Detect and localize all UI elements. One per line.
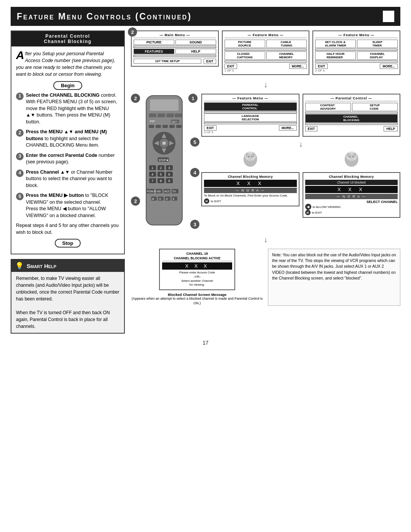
blocking-screen-2: Channel Blocking Memory Channel 19 block… bbox=[303, 172, 401, 218]
bs2-m-text: to EXIT bbox=[312, 211, 322, 214]
fm3-language: LANGUAGESELECTION bbox=[204, 113, 297, 122]
bcs-caption-sub: (Appears when an attempt to select a blo… bbox=[131, 297, 263, 305]
woman-figure-2 bbox=[303, 152, 401, 171]
svg-text:VID: VID bbox=[156, 190, 161, 193]
step-label-1-remote: 1 bbox=[188, 94, 198, 103]
title-white-square bbox=[383, 11, 394, 22]
main-menu-footer: 1ST TIME SETUP EXIT bbox=[134, 58, 216, 64]
begin-button[interactable]: Begin bbox=[53, 81, 82, 90]
svg-text:E: E bbox=[173, 198, 175, 200]
fm1-page: 1 OF 3 bbox=[225, 69, 307, 72]
bs2-name: — N O R A — bbox=[305, 194, 398, 199]
svg-point-62 bbox=[248, 156, 250, 157]
fm2-channel-display: CHANNELDISPLAY bbox=[357, 51, 398, 60]
bcs-xxx: X X X bbox=[162, 262, 232, 270]
top-screens-row: 2 — Main Menu — PICTURE SOUND FEATURES H… bbox=[131, 30, 400, 75]
svg-text:O: O bbox=[159, 198, 161, 200]
pc-slider bbox=[305, 112, 398, 114]
svg-rect-1 bbox=[150, 99, 178, 111]
drop-cap: A bbox=[16, 50, 24, 60]
menu-features-sel: FEATURES bbox=[134, 49, 174, 54]
fm1-slider bbox=[225, 49, 307, 51]
left-column: Parental Control Channel Blocking After … bbox=[11, 30, 125, 334]
bcs-note: Please enter Access Code–OR–Select anoth… bbox=[162, 271, 232, 287]
parental-body: After you Setup your personal Parental A… bbox=[11, 46, 124, 254]
main-menu-row1: PICTURE SOUND bbox=[134, 39, 216, 45]
fm1-picture-source: PICTURESOURCE bbox=[225, 40, 265, 48]
step-label-2b-remote: 2 bbox=[131, 197, 140, 206]
stop-container: Stop bbox=[16, 239, 119, 248]
mid-screens-row1: — Feature Menu — PARENTALCONTROL LANGUAG… bbox=[201, 94, 400, 137]
fm2-half-hour: HALF HOURREMINDER bbox=[315, 51, 356, 60]
pc-footer: EXIT HELP bbox=[305, 126, 398, 131]
arrow-down-2: ↓ bbox=[201, 140, 400, 149]
step-2: 2 Press the MENU ▲▼ and MENU (M) buttons… bbox=[16, 129, 119, 149]
svg-point-69 bbox=[349, 156, 350, 157]
intro-text: fter you Setup your personal Parental Ac… bbox=[16, 51, 115, 77]
intro-para: After you Setup your personal Parental A… bbox=[16, 50, 119, 78]
stop-button[interactable]: Stop bbox=[55, 239, 81, 248]
slider-bar bbox=[134, 46, 216, 48]
bcs-ch19: CHANNEL 19 bbox=[162, 252, 232, 256]
svg-text:TV: TV bbox=[172, 190, 176, 193]
fm1-row1: PICTURESOURCE CABLETUNING bbox=[225, 39, 307, 48]
woman-figure-1 bbox=[201, 152, 299, 171]
fm2-slider2 bbox=[315, 61, 398, 62]
svg-text:7: 7 bbox=[151, 179, 153, 183]
bs2-m-row: M to EXIT bbox=[305, 210, 398, 215]
bcs-active: CHANNEL BLOCKING ACTIVE bbox=[162, 256, 232, 261]
step-5: 5 Press the MENU ▶ button to "BLOCK VIEW… bbox=[16, 192, 119, 219]
svg-text:4: 4 bbox=[151, 173, 153, 176]
step-2-badge: 2 bbox=[16, 129, 24, 137]
arrow-down-3: ↓ bbox=[131, 235, 400, 244]
main-menu-screen: — Main Menu — PICTURE SOUND FEATURES HEL… bbox=[131, 30, 219, 67]
fm3-title: — Feature Menu — bbox=[204, 96, 297, 101]
bs2-select-ch: SELECT CHANNEL bbox=[305, 200, 398, 204]
bs2-arr-btn: ◀ bbox=[305, 204, 311, 210]
svg-text:STOP ■: STOP ■ bbox=[159, 159, 168, 161]
svg-text:9: 9 bbox=[168, 179, 170, 183]
fm3-exit: EXIT bbox=[204, 125, 217, 131]
step-5-text: Press the MENU ▶ button to "BLOCK VIEWIN… bbox=[26, 192, 119, 219]
step-3: 3 Enter the correct Parental Code number… bbox=[16, 152, 119, 166]
fm1-channel-memory: CHANNELMEMORY bbox=[266, 51, 307, 60]
bottom-area: CHANNEL 19 CHANNEL BLOCKING ACTIVE X X X… bbox=[131, 249, 400, 306]
bottom-note-box: Note: You can also block out the use of … bbox=[268, 249, 400, 306]
main-menu-row2: FEATURES HELP bbox=[134, 48, 216, 54]
svg-rect-5 bbox=[175, 113, 182, 117]
feature-menu-3-screen: — Feature Menu — PARENTALCONTROL LANGUAG… bbox=[201, 94, 299, 137]
step-label-3-remote: 3 bbox=[190, 220, 199, 229]
fm2-row1: SET CLOCK &ALARM TIMER SLEEPTIMER bbox=[315, 39, 398, 48]
repeat-text: Repeat steps 4 and 5 for any other chann… bbox=[16, 222, 119, 236]
mid-area: 2 1 5 4 2 3 bbox=[131, 94, 400, 231]
step-1-text: Select the CHANNEL BLOCKING control. Wit… bbox=[26, 92, 119, 126]
blocking-screen-2-area: Channel Blocking Memory Channel 19 block… bbox=[303, 152, 401, 218]
page-number: 17 bbox=[0, 340, 411, 346]
page-wrapper: Feature Menu Controls (Continued) Parent… bbox=[0, 7, 411, 532]
begin-container: Begin bbox=[16, 81, 119, 90]
bcs-caption-title: Blocked Channel Screen Message bbox=[131, 292, 263, 297]
step-label-5-remote: 5 bbox=[190, 137, 199, 147]
bs1-instructions: To Block or Un-Block Channels, First Ent… bbox=[204, 194, 297, 198]
pc-setup-code: SETUPCODE bbox=[352, 103, 398, 111]
fm3-slider2 bbox=[204, 122, 297, 124]
svg-text:SET: SET bbox=[172, 121, 177, 123]
svg-text:1: 1 bbox=[151, 166, 153, 170]
main-menu-title: — Main Menu — bbox=[134, 33, 216, 38]
blocked-channel-area: CHANNEL 19 CHANNEL BLOCKING ACTIVE X X X… bbox=[131, 249, 263, 306]
fm3-more: MORE... bbox=[279, 125, 297, 131]
svg-text:M: M bbox=[152, 198, 154, 200]
arrow-down-1: ↓ bbox=[131, 80, 400, 89]
fm1-exit: EXIT bbox=[225, 64, 237, 69]
svg-text:3: 3 bbox=[168, 166, 170, 170]
step-label-4-remote: 4 bbox=[190, 168, 199, 177]
step-2-text: Press the MENU ▲▼ and MENU (M) buttons t… bbox=[26, 129, 119, 149]
bs2-m-btn: M bbox=[305, 210, 311, 215]
step-4: 4 Press Channel ▲▼ or Channel Number but… bbox=[16, 169, 119, 189]
pc-row1: CONTENTADVISORY SETUPCODE bbox=[305, 102, 398, 112]
menu-picture: PICTURE bbox=[134, 40, 174, 45]
bs2-arr-row: ◀ to ALLOW VIEWING bbox=[305, 204, 398, 210]
bottom-note-text: Note: You can also block out the use of … bbox=[272, 252, 396, 280]
fm1-cable-tuning: CABLETUNING bbox=[266, 40, 307, 48]
step-1: 1 Select the CHANNEL BLOCKING control. W… bbox=[16, 92, 119, 126]
